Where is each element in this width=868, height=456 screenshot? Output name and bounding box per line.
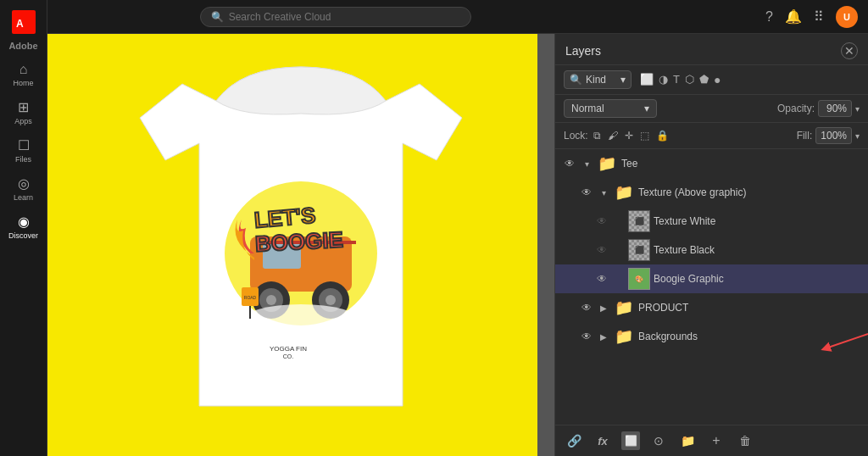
help-icon[interactable]: ? (765, 9, 773, 25)
lock-checkerboard-icon[interactable]: ⧉ (593, 130, 601, 142)
layer-name-texture-white: Texture White (654, 215, 861, 227)
fx-icon[interactable]: fx (593, 431, 613, 451)
text-filter-icon[interactable]: T (673, 73, 680, 86)
link-icon[interactable]: 🔗 (564, 431, 584, 451)
search-filter-icon: 🔍 (570, 74, 582, 86)
layer-name-boogie: Boogie Graphic (654, 273, 861, 285)
adobe-logo[interactable]: A (0, 5, 47, 41)
discover-icon: ◉ (18, 215, 30, 229)
layer-item-boogie-graphic[interactable]: 👁 🎨 Boogie Graphic (555, 264, 868, 293)
fill-value[interactable]: 100% (815, 127, 852, 144)
layer-name-texture-black: Texture Black (654, 244, 861, 256)
lock-label: Lock: (564, 130, 588, 142)
chevron-down-icon: ▾ (620, 74, 626, 86)
expand-backgrounds[interactable]: ▶ (598, 331, 609, 342)
adjustment-filter-icon[interactable]: ◑ (659, 73, 668, 86)
expand-boogie (613, 273, 625, 285)
blend-mode-value: Normal (571, 103, 604, 114)
canvas-background: LET'S BOOGIE YOGGA FIN CO. ROAD (47, 34, 554, 456)
blend-opacity-row: Normal ▾ Opacity: 90% ▾ (555, 95, 868, 123)
main-content: LET'S BOOGIE YOGGA FIN CO. ROAD (47, 34, 868, 456)
delete-layer-icon[interactable]: 🗑 (735, 431, 755, 451)
filter-icons: ⬜ ◑ T ⬡ ⬟ ● (640, 73, 721, 86)
lock-artboard-icon[interactable]: ⬚ (640, 130, 649, 142)
lock-move-icon[interactable]: ✛ (625, 130, 633, 142)
user-avatar[interactable]: U (836, 6, 858, 28)
sidebar-item-apps[interactable]: ⊞ Apps (0, 94, 47, 132)
sidebar-label-home: Home (13, 79, 33, 87)
folder-backgrounds-icon: 📁 (615, 327, 633, 346)
sidebar-label-apps: Apps (14, 117, 32, 125)
fill-chevron-icon[interactable]: ▾ (855, 131, 860, 141)
blend-mode-dropdown[interactable]: Normal ▾ (564, 99, 657, 118)
lock-icons: ⧉ 🖌 ✛ ⬚ 🔒 (593, 130, 669, 142)
new-group-icon[interactable]: 📁 (677, 431, 698, 451)
search-bar[interactable]: 🔍 (200, 7, 471, 27)
layer-name-backgrounds: Backgrounds (638, 331, 861, 342)
layers-toolbar: 🔗 fx ⬜ ⊙ 📁 + 🗑 (555, 425, 868, 456)
opacity-value[interactable]: 90% (818, 100, 852, 117)
sidebar-item-files[interactable]: ☐ Files (0, 132, 47, 170)
filter-kind-dropdown[interactable]: 🔍 Kind ▾ (564, 70, 632, 89)
lock-all-icon[interactable]: 🔒 (656, 130, 669, 142)
sidebar-item-home[interactable]: ⌂ Home (0, 56, 47, 94)
svg-text:ROAD: ROAD (244, 295, 257, 300)
sidebar-item-discover[interactable]: ◉ Discover (0, 209, 47, 247)
opacity-chevron-icon[interactable]: ▾ (855, 104, 860, 114)
adobe-logo-icon: A (12, 10, 36, 34)
adjustment-icon[interactable]: ⊙ (648, 431, 669, 451)
close-button[interactable]: ✕ (841, 42, 858, 59)
layer-item-backgrounds[interactable]: 👁 ▶ 📁 Backgrounds (555, 322, 868, 351)
layers-panel: Layers ✕ 🔍 Kind ▾ ⬜ ◑ T ⬡ ⬟ ● (554, 34, 868, 456)
layer-item-texture-black[interactable]: 👁 ⬛ Texture Black (555, 236, 868, 264)
visibility-texture-above[interactable]: 👁 (579, 185, 594, 200)
expand-product[interactable]: ▶ (598, 302, 609, 314)
shape-filter-icon[interactable]: ⬡ (685, 73, 694, 86)
layer-item-tee[interactable]: 👁 ▾ 📁 Tee (555, 149, 868, 178)
grid-icon[interactable]: ⠿ (814, 8, 824, 25)
opacity-label: Opacity: (777, 103, 815, 114)
svg-text:BOOGIE: BOOGIE (254, 226, 343, 256)
fill-control: Fill: 100% ▾ (797, 127, 860, 144)
expand-texture-above[interactable]: ▾ (598, 186, 609, 198)
layer-item-product[interactable]: 👁 ▶ 📁 PRODUCT (555, 293, 868, 322)
layer-item-texture-white[interactable]: 👁 ⬛ Texture White (555, 207, 868, 236)
tshirt-svg: LET'S BOOGIE YOGGA FIN CO. ROAD (131, 50, 470, 440)
visibility-texture-white[interactable]: 👁 (594, 214, 609, 229)
visibility-product[interactable]: 👁 (579, 300, 594, 315)
layer-name-texture-above: Texture (Above graphic) (638, 186, 861, 198)
canvas-area: LET'S BOOGIE YOGGA FIN CO. ROAD (47, 34, 554, 456)
fill-label: Fill: (797, 130, 813, 142)
learn-icon: ◎ (18, 177, 30, 191)
expand-texture-black (613, 244, 625, 256)
layer-item-texture-above[interactable]: 👁 ▾ 📁 Texture (Above graphic) (555, 178, 868, 207)
filter-toggle-icon[interactable]: ● (714, 73, 721, 86)
svg-text:YOGGA FIN: YOGGA FIN (270, 345, 307, 353)
left-sidebar: A Adobe ⌂ Home ⊞ Apps ☐ Files ◎ Learn ◉ … (0, 0, 47, 456)
texture-white-thumb-icon: ⬛ (635, 217, 644, 225)
mask-icon[interactable]: ⬜ (621, 431, 640, 450)
top-right-icons: ? 🔔 ⠿ U (765, 6, 858, 28)
pixel-filter-icon[interactable]: ⬜ (640, 73, 654, 86)
layers-title: Layers (565, 44, 601, 58)
thumb-product: 📁 (613, 297, 635, 319)
visibility-boogie[interactable]: 👁 (594, 271, 609, 286)
top-bar: 🔍 ? 🔔 ⠿ U (47, 0, 868, 34)
smart-filter-icon[interactable]: ⬟ (699, 73, 709, 86)
expand-texture-white (613, 215, 625, 227)
search-icon: 🔍 (211, 11, 224, 23)
visibility-texture-black[interactable]: 👁 (594, 242, 609, 258)
lock-paint-icon[interactable]: 🖌 (608, 130, 618, 142)
bell-icon[interactable]: 🔔 (785, 8, 802, 25)
visibility-backgrounds[interactable]: 👁 (579, 329, 594, 344)
thumb-boogie: 🎨 (628, 268, 650, 290)
expand-tee[interactable]: ▾ (581, 158, 593, 170)
svg-point-11 (326, 295, 336, 305)
opacity-control: Opacity: 90% ▾ (777, 100, 860, 117)
search-input[interactable] (229, 11, 460, 23)
visibility-tee[interactable]: 👁 (562, 156, 577, 171)
apps-icon: ⊞ (18, 101, 29, 114)
new-layer-icon[interactable]: + (706, 431, 726, 451)
sidebar-item-learn[interactable]: ◎ Learn (0, 170, 47, 209)
right-strip (537, 34, 554, 456)
